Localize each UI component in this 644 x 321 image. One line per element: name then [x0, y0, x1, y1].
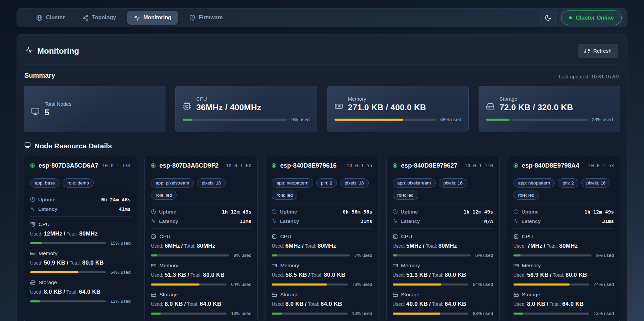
used-prefix: Used:	[513, 243, 526, 249]
refresh-button[interactable]: Refresh	[578, 44, 618, 58]
progress-track	[486, 119, 588, 121]
storage-icon	[272, 292, 277, 297]
resource-memory: Memory Used: 51.3 KB / Total: 80.0 KB 64…	[151, 263, 251, 287]
node-card-esp-807d3a5cd6a7: esp-807D3A5CD6A7 10.0.1.134 app: baserol…	[24, 156, 137, 321]
progress-track	[335, 119, 436, 121]
node-badge: pixels: 16	[197, 178, 226, 188]
divider	[30, 174, 131, 174]
slash: /	[429, 301, 431, 307]
total-prefix: Total:	[311, 272, 322, 278]
progress-row: 23% used	[486, 117, 613, 122]
resource-values: Used: 58.9 KB / Total: 80.0 KB	[513, 272, 614, 278]
uptime-value: 0h 56m 56s	[343, 209, 372, 215]
resource-header: Storage	[513, 292, 614, 298]
total-value: 80.0 KB	[445, 272, 466, 278]
tab-firmware[interactable]: Firmware	[183, 11, 229, 25]
node-card-grid: esp-807D3A5CD6A7 10.0.1.134 app: baserol…	[24, 156, 620, 321]
summary-card-memory: Memory 271.0 KB / 400.0 KB 68% used	[327, 86, 469, 132]
resource-label: Memory	[401, 263, 420, 269]
divider	[30, 192, 131, 192]
used-prefix: Used:	[30, 231, 43, 237]
progress-percent-label: 73% used	[352, 282, 372, 287]
monitor-icon	[31, 107, 40, 117]
tab-monitoring[interactable]: Monitoring	[127, 11, 178, 25]
total-prefix: Total:	[553, 272, 564, 278]
resource-header: Storage	[30, 279, 131, 286]
divider	[513, 174, 614, 174]
cpu-icon	[272, 234, 277, 239]
moon-icon	[545, 14, 552, 21]
resource-values: Used: 8.0 KB / Total: 64.0 KB	[272, 301, 372, 307]
summary-card-storage: Storage 72.0 KB / 320.0 KB 23% used	[479, 86, 620, 132]
clock-icon	[151, 209, 156, 214]
node-name: esp-840D8E9798A4	[522, 162, 579, 169]
uptime-value: 0h 24m 46s	[101, 197, 131, 202]
total-prefix: Total:	[305, 243, 316, 249]
node-card-esp-840d8e9798a4: esp-840D8E9798A4 10.0.1.53 app: neopatte…	[507, 156, 620, 321]
summary-card-text: Memory 271.0 KB / 400.0 KB	[348, 96, 426, 112]
resource-header: CPU	[393, 233, 493, 240]
resource-values: Used: 6MHz / Total: 80MHz	[151, 243, 251, 249]
used-prefix: Used:	[513, 301, 526, 307]
memory-icon	[30, 251, 36, 256]
node-ip: 10.0.1.110	[465, 163, 493, 168]
node-badge: pin: 2	[558, 178, 578, 188]
tab-topology[interactable]: Topology	[76, 11, 122, 25]
slash: /	[181, 243, 183, 249]
resource-values: Used: 40.0 KB / Total: 64.0 KB	[393, 301, 493, 307]
progress-percent-label: 68% used	[440, 117, 461, 122]
status-dot-icon	[569, 16, 572, 19]
latency-value: N/A	[484, 219, 493, 224]
latency-row: Latency N/A	[393, 218, 493, 224]
total-value: 80MHz	[318, 243, 336, 249]
storage-icon	[393, 292, 398, 297]
tab-label: Firmware	[199, 15, 223, 21]
progress-row: 7% used	[272, 253, 372, 258]
node-badges: app: pixelstreampixels: 16role: led	[151, 178, 251, 200]
main-panel: Monitoring Refresh Summary Last updated:…	[17, 34, 627, 321]
used-prefix: Used:	[151, 243, 163, 249]
top-nav: Cluster Topology Monitoring Firmware Clu…	[17, 8, 627, 27]
resource-values: Used: 6MHz / Total: 80MHz	[272, 243, 372, 249]
resource-storage: Storage Used: 8.0 KB / Total: 64.0 KB 13…	[513, 292, 614, 316]
theme-toggle-button[interactable]	[540, 10, 556, 25]
progress-percent-label: 23% used	[592, 117, 613, 122]
divider	[151, 228, 251, 229]
total-prefix: Total:	[432, 301, 443, 307]
progress-fill	[393, 254, 397, 256]
storage-icon	[486, 102, 495, 112]
progress-fill	[393, 313, 440, 315]
progress-row: 9% used	[183, 117, 309, 122]
resource-label: Storage	[159, 292, 178, 298]
used-value: 8.0 KB	[165, 301, 183, 307]
node-badge: role: led	[272, 191, 297, 200]
used-value: 50.9 KB	[44, 260, 65, 266]
node-status-dot-icon	[513, 163, 518, 168]
activity-icon	[272, 219, 277, 224]
used-value: 40.0 KB	[406, 301, 428, 307]
resource-storage: Storage Used: 40.0 KB / Total: 64.0 KB 6…	[393, 292, 493, 316]
node-badge: pixels: 16	[439, 178, 467, 188]
tab-cluster[interactable]: Cluster	[30, 11, 71, 25]
total-prefix: Total:	[550, 301, 561, 307]
resource-label: CPU	[280, 233, 291, 240]
total-prefix: Total:	[187, 301, 198, 307]
nav-right: Cluster Online	[540, 10, 622, 25]
used-value: 7MHz	[527, 243, 542, 249]
cpu-icon	[30, 222, 36, 227]
summary-card-text: CPU 36MHz / 400MHz	[196, 96, 261, 112]
uptime-row: Uptime 0h 24m 46s	[30, 197, 131, 202]
slash: /	[64, 230, 65, 237]
progress-fill	[151, 283, 199, 286]
uptime-row: Uptime 1h 12m 49s	[393, 209, 493, 215]
used-value: 58.9 KB	[527, 272, 549, 278]
used-prefix: Used:	[393, 272, 405, 278]
topology-icon	[82, 15, 89, 21]
cluster-status-button[interactable]: Cluster Online	[561, 10, 622, 25]
node-badge: app: neopattern	[513, 178, 555, 188]
progress-row: 9% used	[513, 253, 614, 258]
used-value: 51.3 KB	[165, 272, 186, 278]
clock-icon	[513, 209, 519, 214]
used-value: 58.5 KB	[285, 272, 307, 278]
total-prefix: Total:	[70, 260, 81, 266]
